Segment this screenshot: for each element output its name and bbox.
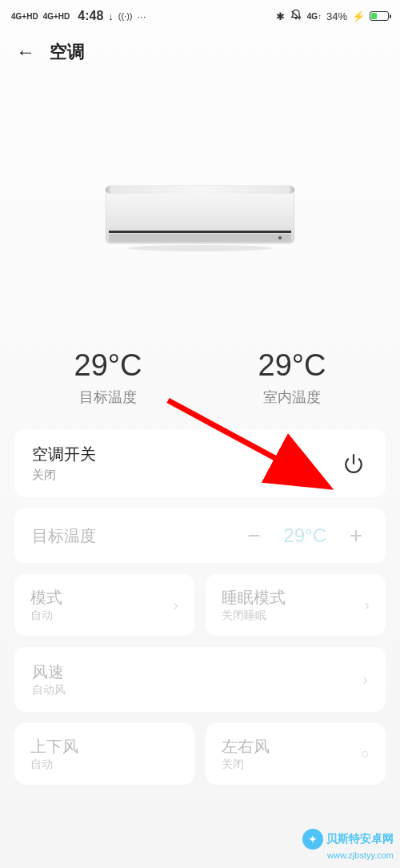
chevron-right-icon: › <box>362 670 368 689</box>
indoor-temp-block: 29°C 室内温度 <box>258 348 326 407</box>
temp-display: 29°C <box>283 524 326 547</box>
mode-value: 自动 <box>30 609 62 623</box>
cards-container: 空调开关 关闭 目标温度 − 29°C + 模式 自动 › 睡眠模式 关闭睡眠 <box>0 429 400 785</box>
signal-2: 4G+HD <box>43 12 70 21</box>
sleep-value: 关闭睡眠 <box>222 609 286 623</box>
target-temp-title: 目标温度 <box>32 525 96 547</box>
vert-wind-title: 上下风 <box>30 736 78 757</box>
switch-status: 关闭 <box>32 468 96 483</box>
toggle-off-icon: ○ <box>361 745 370 762</box>
svg-rect-4 <box>109 234 291 242</box>
download-icon: ↓ <box>108 10 114 22</box>
signal-1: 4G+HD <box>11 12 38 21</box>
watermark-text: 贝斯特安卓网 <box>326 832 394 846</box>
fan-speed-card[interactable]: 风速 自动风 › <box>14 647 386 712</box>
target-temp-block: 29°C 目标温度 <box>74 348 142 407</box>
target-temp-label: 目标温度 <box>74 388 142 407</box>
chevron-right-icon: › <box>173 596 178 614</box>
temp-plus-button[interactable]: + <box>344 523 368 549</box>
ac-image <box>0 184 400 252</box>
svg-rect-2 <box>106 186 294 194</box>
battery-icon <box>370 11 389 21</box>
time: 4:48 <box>78 9 103 23</box>
target-temp-value: 29°C <box>74 348 142 383</box>
status-bar: 4G+HD 4G+HD 4:48 ↓ ((·)) ··· ✱ 4G↑ 34% ⚡ <box>0 0 400 32</box>
target-temp-card: 目标温度 − 29°C + <box>14 508 386 563</box>
temperature-row: 29°C 目标温度 29°C 室内温度 <box>0 348 400 407</box>
mode-title: 模式 <box>30 587 62 609</box>
indoor-temp-value: 29°C <box>258 348 326 383</box>
battery-pct: 34% <box>326 10 347 22</box>
watermark-icon: ✦ <box>302 829 323 850</box>
fan-value: 自动风 <box>32 683 66 697</box>
indoor-temp-label: 室内温度 <box>258 388 326 407</box>
charging-icon: ⚡ <box>352 10 365 22</box>
watermark: ✦ 贝斯特安卓网 www.zjbstyy.com <box>302 829 394 860</box>
mode-card[interactable]: 模式 自动 › <box>14 574 194 636</box>
switch-title: 空调开关 <box>32 444 96 465</box>
temp-minus-button[interactable]: − <box>242 523 266 549</box>
sleep-title: 睡眠模式 <box>222 587 286 609</box>
power-button[interactable] <box>339 449 368 478</box>
sleep-mode-card[interactable]: 睡眠模式 关闭睡眠 › <box>206 574 386 636</box>
horiz-wind-title: 左右风 <box>222 736 270 757</box>
watermark-url: www.zjbstyy.com <box>302 850 394 860</box>
svg-point-5 <box>278 236 282 239</box>
ac-switch-card[interactable]: 空调开关 关闭 <box>14 429 386 497</box>
fan-title: 风速 <box>32 661 66 683</box>
header: ← 空调 <box>0 32 400 72</box>
vert-wind-value: 自动 <box>30 757 78 772</box>
horiz-wind-value: 关闭 <box>222 757 270 772</box>
back-button[interactable]: ← <box>16 41 35 63</box>
horizontal-wind-card[interactable]: 左右风 关闭 ○ <box>206 723 386 785</box>
network-icon: 4G↑ <box>307 12 322 21</box>
svg-point-6 <box>128 245 272 251</box>
status-right: ✱ 4G↑ 34% ⚡ <box>276 9 389 24</box>
chevron-right-icon: › <box>364 596 370 614</box>
vertical-wind-card[interactable]: 上下风 自动 <box>14 723 194 785</box>
more-icon: ··· <box>138 10 146 22</box>
dnd-icon <box>290 9 302 24</box>
status-left: 4G+HD 4G+HD 4:48 ↓ ((·)) ··· <box>11 9 146 23</box>
hotspot-icon: ((·)) <box>118 11 133 21</box>
page-title: 空调 <box>50 40 85 64</box>
bluetooth-icon: ✱ <box>276 10 285 22</box>
svg-rect-3 <box>109 231 291 233</box>
